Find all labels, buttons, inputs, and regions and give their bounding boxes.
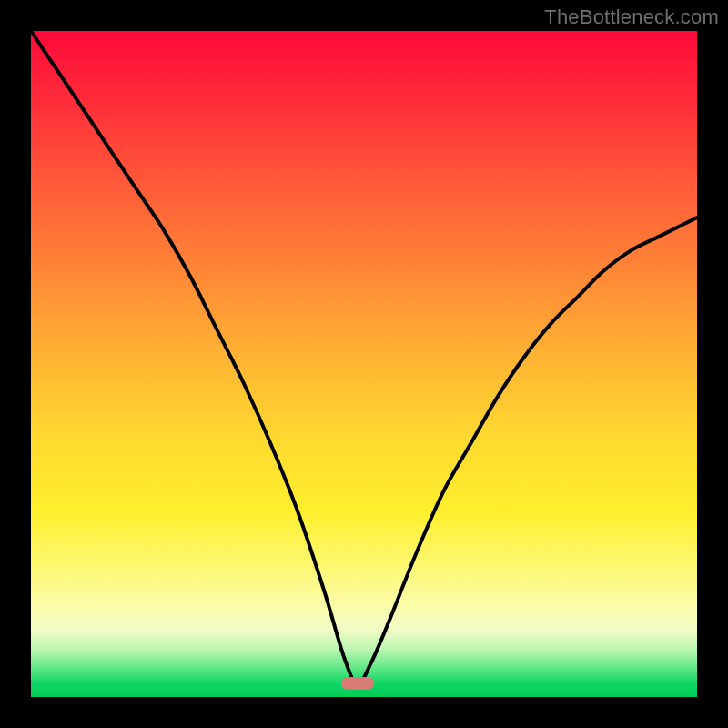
bottleneck-curve <box>31 31 697 697</box>
chart-frame: TheBottleneck.com <box>0 0 728 728</box>
watermark-text: TheBottleneck.com <box>544 5 719 29</box>
plot-area <box>31 31 697 697</box>
minimum-marker <box>341 677 374 690</box>
